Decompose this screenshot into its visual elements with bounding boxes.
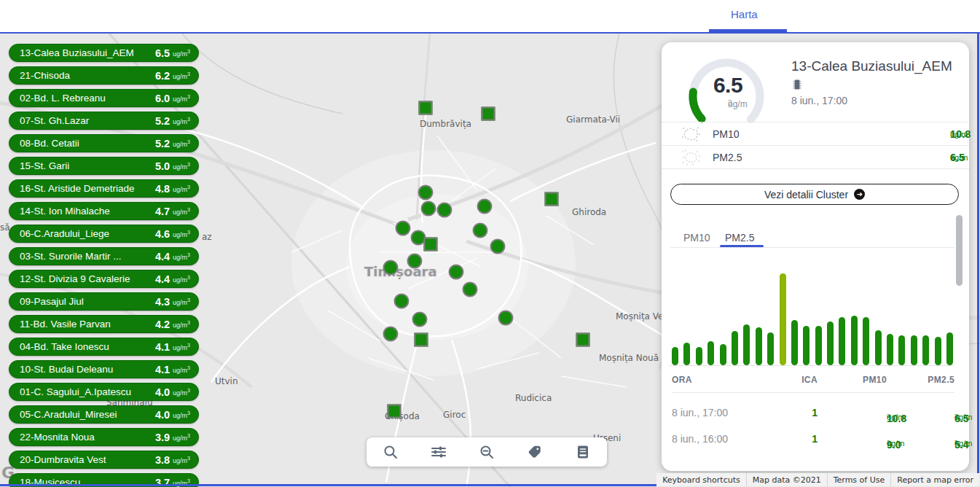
- station-pill[interactable]: 21-Chisoda6.2ug/m3: [9, 66, 199, 85]
- station-pill[interactable]: 15-St. Garii5.0ug/m3: [9, 157, 199, 175]
- tab-pm25[interactable]: PM2.5: [725, 232, 754, 244]
- chart-bar[interactable]: [839, 317, 845, 365]
- station-marker-square[interactable]: [576, 333, 590, 347]
- station-pill-value: 4.4: [155, 251, 170, 262]
- terms-of-use-link[interactable]: Terms of Use: [827, 473, 891, 486]
- pm25-label: PM2.5: [713, 146, 742, 169]
- chart-bar[interactable]: [946, 332, 953, 365]
- station-pill-unit: ug/m3: [173, 162, 190, 171]
- station-pill[interactable]: 22-Mosnita Noua3.9ug/m3: [9, 428, 199, 446]
- chart-bar[interactable]: [767, 332, 774, 365]
- chart-bar[interactable]: [815, 326, 822, 365]
- station-pill[interactable]: 08-Bd. Cetatii5.2ug/m3: [9, 134, 199, 152]
- map-place-label: az: [202, 232, 212, 242]
- divider: [0, 32, 980, 34]
- station-marker-dot[interactable]: [498, 311, 514, 326]
- station-marker-square[interactable]: [424, 238, 438, 252]
- station-pill[interactable]: 05-C.Aradului_Miresei4.0ug/m3: [9, 405, 199, 424]
- zoom-out-icon[interactable]: [477, 443, 496, 461]
- chart-bar[interactable]: [683, 343, 690, 365]
- station-marker-square[interactable]: [388, 405, 401, 418]
- station-pill-unit: ug/m3: [173, 433, 190, 442]
- chart-bar[interactable]: [696, 347, 702, 365]
- station-pill-label: 02-Bd. L. Rebreanu: [20, 93, 155, 104]
- station-pill[interactable]: 13-Calea Buziasului_AEM6.5ug/m3: [9, 44, 199, 62]
- station-marker-dot[interactable]: [490, 239, 506, 254]
- chart-bar[interactable]: [732, 331, 738, 365]
- chart-bar[interactable]: [922, 335, 929, 365]
- station-pill[interactable]: 01-C. Sagului_A.Ipatescu4.0ug/m3: [9, 383, 199, 401]
- chart-bar[interactable]: [780, 273, 786, 365]
- chart-bar[interactable]: [875, 330, 882, 365]
- station-marker-dot[interactable]: [383, 260, 399, 276]
- station-pill-label: 20-Dumbravita Vest: [20, 454, 155, 465]
- station-pill-value: 4.4: [155, 273, 170, 285]
- station-marker-dot[interactable]: [477, 199, 493, 214]
- report-map-error-link[interactable]: Report a map error: [890, 473, 979, 486]
- station-pill[interactable]: 06-C.Aradului_Liege4.6ug/m3: [9, 225, 199, 243]
- station-pill[interactable]: 16-St. Aristide Demetriade4.8ug/m3: [9, 179, 199, 198]
- station-marker-dot[interactable]: [412, 312, 428, 327]
- chart-bar[interactable]: [743, 324, 750, 365]
- station-marker-dot[interactable]: [396, 221, 411, 236]
- station-marker-dot[interactable]: [394, 294, 409, 309]
- station-marker-square[interactable]: [415, 333, 428, 347]
- legend-icon[interactable]: [573, 443, 592, 461]
- tab-pm10[interactable]: PM10: [683, 232, 710, 244]
- station-marker-dot[interactable]: [473, 223, 488, 238]
- chart-bar[interactable]: [803, 326, 810, 365]
- station-marker-square[interactable]: [419, 101, 433, 115]
- keyboard-shortcuts-link[interactable]: Keyboard shortcuts: [656, 473, 746, 486]
- station-pill[interactable]: 20-Dumbravita Vest3.8ug/m3: [9, 451, 199, 469]
- station-marker-dot[interactable]: [421, 201, 436, 217]
- station-pill[interactable]: 04-Bd. Take Ionescu4.1ug/m3: [9, 338, 199, 356]
- search-icon[interactable]: [381, 443, 400, 461]
- station-pill-label: 08-Bd. Cetatii: [20, 138, 155, 149]
- station-pill[interactable]: 10-St. Budai Deleanu4.1ug/m3: [9, 360, 199, 378]
- reading-timestamp: 8 iun., 17:00: [791, 95, 847, 106]
- tab-harta[interactable]: Harta: [731, 8, 758, 20]
- divider: [670, 247, 954, 248]
- station-pill-label: 14-St. Ion Mihalache: [20, 206, 155, 217]
- panel-scrollbar[interactable]: [956, 215, 963, 286]
- station-pill[interactable]: 03-St. Surorile Martir ...4.4ug/m3: [9, 247, 199, 265]
- chart-bar[interactable]: [887, 334, 893, 365]
- station-marker-dot[interactable]: [449, 265, 464, 280]
- station-pill-unit: ug/m3: [173, 49, 190, 58]
- filters-icon[interactable]: [429, 443, 448, 461]
- chart-bar[interactable]: [672, 347, 678, 365]
- station-pill[interactable]: 11-Bd. Vasile Parvan4.2ug/m3: [9, 315, 199, 333]
- chart-bar[interactable]: [851, 316, 858, 365]
- divider: [662, 168, 969, 169]
- readings-table-header: ORA ICA PM10 PM2.5: [672, 375, 954, 385]
- chart-bar[interactable]: [720, 344, 726, 365]
- chart-bar[interactable]: [707, 341, 714, 365]
- chart-bar[interactable]: [898, 335, 905, 365]
- chart-bar[interactable]: [863, 317, 869, 365]
- station-pill[interactable]: 09-Pasajul Jiul4.3ug/m3: [9, 292, 199, 311]
- station-pill[interactable]: 02-Bd. L. Rebreanu6.0ug/m3: [9, 89, 199, 107]
- chart-bar[interactable]: [756, 327, 762, 365]
- station-pill-value: 3.8: [155, 454, 170, 466]
- chart-bar[interactable]: [791, 320, 798, 365]
- chart-bar[interactable]: [935, 337, 941, 365]
- station-marker-dot[interactable]: [407, 254, 423, 269]
- station-marker-dot[interactable]: [463, 282, 478, 297]
- air-quality-map-app: DumbrăvițaGiarmata-ViiGhirodaTimișoaraMo…: [0, 0, 980, 487]
- station-marker-square[interactable]: [545, 192, 559, 206]
- station-pill-label: 15-St. Garii: [20, 160, 155, 171]
- cluster-details-button[interactable]: Vezi detalii Cluster ➜: [670, 184, 959, 205]
- station-name: 13-Calea Buziasului_AEM: [791, 58, 963, 74]
- station-pill[interactable]: 12-St. Divizia 9 Cavalerie4.4ug/m3: [9, 270, 199, 288]
- station-pill[interactable]: 14-St. Ion Mihalache4.7ug/m3: [9, 202, 199, 220]
- station-pill[interactable]: 07-St. Gh.Lazar5.2ug/m3: [9, 112, 199, 130]
- station-pill-unit: ug/m3: [173, 275, 190, 284]
- station-marker-square[interactable]: [482, 107, 495, 121]
- chart-bar[interactable]: [911, 335, 917, 365]
- tag-icon[interactable]: [525, 443, 544, 461]
- station-marker-dot[interactable]: [383, 327, 399, 342]
- station-pill-label: 10-St. Budai Deleanu: [20, 364, 155, 375]
- chart-bar[interactable]: [827, 322, 834, 365]
- station-marker-dot[interactable]: [418, 185, 434, 200]
- station-marker-dot[interactable]: [437, 203, 452, 218]
